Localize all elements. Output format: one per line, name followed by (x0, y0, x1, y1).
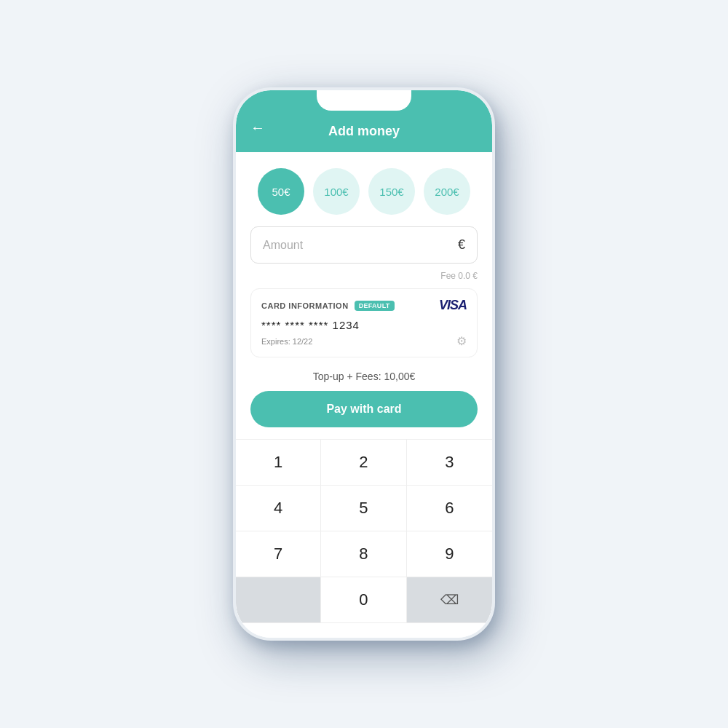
screen: ← Add money 50€ 100€ 150€ 200€ Amount € (236, 90, 492, 638)
key-delete[interactable]: ⌫ (407, 577, 492, 623)
fee-label: Fee 0.0 € (236, 268, 492, 288)
phone-wrapper: ← Add money 50€ 100€ 150€ 200€ Amount € (233, 87, 495, 641)
amount-buttons-row: 50€ 100€ 150€ 200€ (236, 152, 492, 226)
content: 50€ 100€ 150€ 200€ Amount € Fee 0.0 € (236, 152, 492, 638)
key-3[interactable]: 3 (407, 440, 492, 486)
back-button[interactable]: ← (250, 119, 265, 135)
topup-total: Top-up + Fees: 10,00€ (236, 368, 492, 391)
expires-text: Expires: 12/22 (261, 337, 312, 346)
key-9[interactable]: 9 (407, 531, 492, 577)
key-5[interactable]: 5 (321, 486, 406, 531)
notch (317, 90, 411, 111)
amount-btn-100[interactable]: 100€ (313, 168, 360, 215)
key-0[interactable]: 0 (321, 577, 406, 623)
amount-input-section: Amount € (236, 226, 492, 268)
card-header-left: CARD INFORMATION DEFAULT (261, 301, 395, 311)
card-footer: Expires: 12/22 ⚙ (261, 334, 467, 348)
keypad: 1 2 3 4 5 6 7 8 9 0 ⌫ (236, 439, 492, 623)
key-empty (236, 577, 321, 623)
key-1[interactable]: 1 (236, 440, 321, 486)
key-2[interactable]: 2 (321, 440, 406, 486)
key-6[interactable]: 6 (407, 486, 492, 531)
card-info-label: CARD INFORMATION (261, 301, 349, 310)
default-badge: DEFAULT (355, 301, 395, 311)
key-7[interactable]: 7 (236, 531, 321, 577)
visa-logo: VISA (439, 298, 467, 313)
phone-border: ← Add money 50€ 100€ 150€ 200€ Amount € (236, 90, 492, 638)
card-header: CARD INFORMATION DEFAULT VISA (261, 298, 467, 313)
key-4[interactable]: 4 (236, 486, 321, 531)
amount-btn-150[interactable]: 150€ (368, 168, 415, 215)
amount-btn-200[interactable]: 200€ (424, 168, 470, 215)
currency-symbol: € (458, 237, 465, 253)
header-title: Add money (328, 124, 400, 139)
pay-button[interactable]: Pay with card (250, 391, 478, 427)
card-info-section: CARD INFORMATION DEFAULT VISA **** **** … (250, 288, 478, 357)
amount-input-box[interactable]: Amount € (250, 226, 478, 264)
amount-btn-50[interactable]: 50€ (258, 168, 304, 215)
gear-icon[interactable]: ⚙ (456, 334, 467, 348)
delete-icon: ⌫ (440, 592, 459, 608)
amount-placeholder: Amount (263, 239, 303, 252)
card-number: **** **** **** 1234 (261, 319, 467, 331)
key-8[interactable]: 8 (321, 531, 406, 577)
